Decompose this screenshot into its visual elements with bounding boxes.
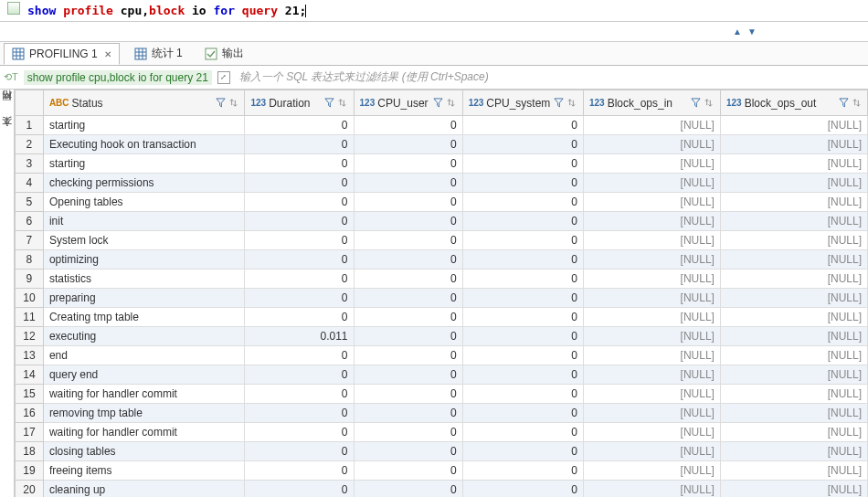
cell-cpu-system[interactable]: 0 [462,231,583,250]
cell-cpu-user[interactable]: 0 [354,308,462,327]
cell-block-ops-in[interactable]: [NULL] [583,154,720,174]
sort-icon[interactable] [228,98,238,109]
cell-block-ops-out[interactable]: [NULL] [720,404,867,423]
table-row[interactable]: 4checking permissions000[NULL][NULL] [16,174,868,193]
expand-icon[interactable]: ⤢ [217,71,230,84]
cell-status[interactable]: System lock [43,231,245,250]
filter-icon[interactable] [554,98,565,109]
cell-block-ops-in[interactable]: [NULL] [583,308,720,327]
cell-status[interactable]: query end [43,365,245,385]
cell-cpu-system[interactable]: 0 [462,154,583,174]
cell-duration[interactable]: 0 [245,404,354,423]
row-number[interactable]: 16 [16,404,44,423]
cell-block-ops-in[interactable]: [NULL] [583,404,720,423]
cell-block-ops-out[interactable]: [NULL] [720,442,867,461]
cell-cpu-system[interactable]: 0 [462,327,583,346]
cell-block-ops-in[interactable]: [NULL] [583,385,720,404]
cell-block-ops-out[interactable]: [NULL] [720,289,867,308]
table-row[interactable]: 11Creating tmp table000[NULL][NULL] [16,308,868,327]
cell-block-ops-out[interactable]: [NULL] [720,385,867,404]
row-number[interactable]: 14 [16,365,44,385]
table-row[interactable]: 15waiting for handler commit000[NULL][NU… [16,385,868,404]
cell-cpu-system[interactable]: 0 [462,461,583,481]
table-row[interactable]: 16removing tmp table000[NULL][NULL] [16,404,868,423]
cell-block-ops-out[interactable]: [NULL] [720,423,867,442]
cell-duration[interactable]: 0 [245,481,354,498]
filter-icon[interactable] [691,98,702,109]
cell-status[interactable]: executing [43,327,245,346]
close-icon[interactable]: ✕ [104,49,111,59]
panel-up-icon[interactable]: ▲ [731,25,744,37]
row-number[interactable]: 20 [16,481,44,498]
cell-duration[interactable]: 0 [245,308,354,327]
cell-status[interactable]: waiting for handler commit [43,423,245,442]
row-number[interactable]: 17 [16,423,44,442]
cell-cpu-user[interactable]: 0 [354,442,462,461]
cell-block-ops-in[interactable]: [NULL] [583,174,720,193]
cell-block-ops-out[interactable]: [NULL] [720,154,867,174]
cell-block-ops-in[interactable]: [NULL] [583,346,720,365]
cell-duration[interactable]: 0 [245,461,354,481]
sort-icon[interactable] [851,98,862,109]
row-number[interactable]: 10 [16,289,44,308]
cell-duration[interactable]: 0 [245,385,354,404]
cell-block-ops-in[interactable]: [NULL] [583,250,720,270]
table-row[interactable]: 17waiting for handler commit000[NULL][NU… [16,423,868,442]
cell-cpu-user[interactable]: 0 [354,212,462,231]
filter-icon[interactable] [324,98,335,109]
cell-cpu-system[interactable]: 0 [462,423,583,442]
cell-block-ops-in[interactable]: [NULL] [583,423,720,442]
row-number[interactable]: 8 [16,250,44,270]
sql-editor[interactable]: show profile cpu,block io for query 21; [0,0,868,22]
cell-duration[interactable]: 0 [245,423,354,442]
cell-duration[interactable]: 0 [245,193,354,212]
tab-输出[interactable]: 输出 [197,42,251,65]
results-table-wrap[interactable]: ABCStatus123Duration123CPU_user123CPU_sy… [15,90,868,497]
cell-status[interactable]: statistics [43,270,245,289]
cell-block-ops-in[interactable]: [NULL] [583,365,720,385]
cell-cpu-user[interactable]: 0 [354,154,462,174]
row-number[interactable]: 6 [16,212,44,231]
cell-block-ops-in[interactable]: [NULL] [583,116,720,135]
table-row[interactable]: 14query end000[NULL][NULL] [16,365,868,385]
cell-cpu-user[interactable]: 0 [354,346,462,365]
cell-duration[interactable]: 0 [245,270,354,289]
filter-icon[interactable] [215,98,226,109]
tab-统计-1[interactable]: 统计 1 [127,42,190,65]
cell-cpu-system[interactable]: 0 [462,289,583,308]
cell-block-ops-out[interactable]: [NULL] [720,270,867,289]
cell-cpu-user[interactable]: 0 [354,116,462,135]
row-number[interactable]: 3 [16,154,44,174]
cell-cpu-user[interactable]: 0 [354,365,462,385]
cell-cpu-system[interactable]: 0 [462,250,583,270]
row-number[interactable]: 19 [16,461,44,481]
col-header-block_ops_in[interactable]: 123Block_ops_in [583,90,720,116]
cell-cpu-system[interactable]: 0 [462,270,583,289]
sort-icon[interactable] [566,98,577,109]
cell-status[interactable]: freeing items [43,461,245,481]
cell-duration[interactable]: 0 [245,116,354,135]
cell-status[interactable]: starting [43,154,245,174]
cell-block-ops-in[interactable]: [NULL] [583,231,720,250]
row-number[interactable]: 7 [16,231,44,250]
cell-block-ops-out[interactable]: [NULL] [720,231,867,250]
row-number[interactable]: 2 [16,135,44,154]
cell-block-ops-in[interactable]: [NULL] [583,442,720,461]
cell-block-ops-out[interactable]: [NULL] [720,346,867,365]
cell-block-ops-in[interactable]: [NULL] [583,270,720,289]
cell-cpu-user[interactable]: 0 [354,423,462,442]
cell-block-ops-out[interactable]: [NULL] [720,212,867,231]
row-number[interactable]: 15 [16,385,44,404]
cell-status[interactable]: Opening tables [43,193,245,212]
filter-icon[interactable] [433,98,444,109]
cell-cpu-user[interactable]: 0 [354,135,462,154]
col-header-cpu_user[interactable]: 123CPU_user [354,90,462,116]
table-row[interactable]: 2Executing hook on transaction000[NULL][… [16,135,868,154]
cell-cpu-user[interactable]: 0 [354,250,462,270]
cell-duration[interactable]: 0 [245,135,354,154]
cell-cpu-user[interactable]: 0 [354,174,462,193]
table-row[interactable]: 5Opening tables000[NULL][NULL] [16,193,868,212]
cell-status[interactable]: end [43,346,245,365]
cell-block-ops-in[interactable]: [NULL] [583,327,720,346]
cell-cpu-system[interactable]: 0 [462,116,583,135]
